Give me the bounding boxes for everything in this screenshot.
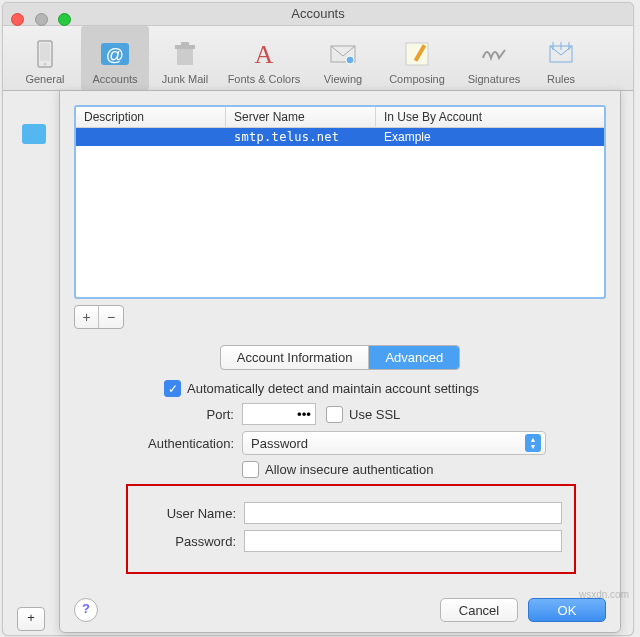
toolbar-composing[interactable]: Composing (379, 26, 455, 90)
toolbar-accounts[interactable]: @ Accounts (81, 26, 149, 90)
col-description[interactable]: Description (76, 107, 226, 127)
cell-account: Example (376, 128, 604, 146)
window-controls (11, 8, 78, 30)
insecure-label: Allow insecure authentication (265, 462, 433, 477)
auto-detect-checkbox[interactable] (164, 380, 181, 397)
toolbar-item-label: Junk Mail (162, 73, 208, 85)
toolbar-item-label: Composing (389, 73, 445, 85)
toolbar-item-label: Fonts & Colors (228, 73, 301, 85)
ok-button[interactable]: OK (528, 598, 606, 622)
port-label: Port: (74, 407, 242, 422)
password-label: Password: (128, 534, 244, 549)
toolbar-item-label: Viewing (324, 73, 362, 85)
toolbar-rules[interactable]: Rules (533, 26, 589, 90)
username-field[interactable] (244, 502, 562, 524)
cell-server: smtp.telus.net (226, 128, 376, 146)
watermark-text: wsxdn.com (579, 589, 629, 600)
use-ssl-label: Use SSL (349, 407, 400, 422)
zoom-icon[interactable] (58, 13, 71, 26)
rules-icon (543, 37, 579, 71)
select-arrows-icon: ▲▼ (525, 434, 541, 452)
toolbar-item-label: Signatures (468, 73, 521, 85)
sheet-buttons: ? Cancel OK (74, 598, 606, 622)
table-row[interactable]: smtp.telus.net Example (76, 128, 604, 146)
insecure-checkbox[interactable] (242, 461, 259, 478)
sheet-tabs: Account Information Advanced (220, 345, 460, 370)
toolbar-junk[interactable]: Junk Mail (151, 26, 219, 90)
tab-account-info[interactable]: Account Information (221, 346, 370, 369)
svg-rect-6 (175, 45, 195, 49)
tab-advanced[interactable]: Advanced (369, 346, 459, 369)
toolbar-viewing[interactable]: Viewing (309, 26, 377, 90)
password-field[interactable] (244, 530, 562, 552)
col-server[interactable]: Server Name (226, 107, 376, 127)
trash-icon (167, 37, 203, 71)
toolbar-fonts[interactable]: A Fonts & Colors (221, 26, 307, 90)
toolbar-general[interactable]: General (11, 26, 79, 90)
add-remove-segment: + − (74, 305, 124, 329)
add-account-button[interactable]: + (17, 607, 45, 631)
cancel-button[interactable]: Cancel (440, 598, 518, 622)
svg-point-2 (44, 63, 47, 66)
at-icon: @ (97, 37, 133, 71)
toolbar-item-label: Rules (547, 73, 575, 85)
toolbar-item-label: General (25, 73, 64, 85)
add-server-button[interactable]: + (75, 306, 99, 328)
smtp-servers-sheet: Description Server Name In Use By Accoun… (59, 90, 621, 633)
cell-description (76, 128, 226, 146)
smtp-table[interactable]: Description Server Name In Use By Accoun… (74, 105, 606, 299)
window-title: Accounts (291, 6, 344, 21)
prefs-toolbar: General @ Accounts Junk Mail A Fonts & C… (3, 26, 633, 91)
preferences-window: Accounts General @ Accounts Junk Mail A … (2, 2, 634, 636)
auth-select[interactable]: Password ▲▼ (242, 431, 546, 455)
use-ssl-checkbox[interactable] (326, 406, 343, 423)
col-inuse[interactable]: In Use By Account (376, 107, 604, 127)
font-a-icon: A (246, 37, 282, 71)
cloud-account-icon[interactable] (22, 124, 46, 144)
auth-value: Password (251, 436, 308, 451)
auto-detect-label: Automatically detect and maintain accoun… (187, 381, 479, 396)
minimize-icon (35, 13, 48, 26)
auth-label: Authentication: (74, 436, 242, 451)
help-button[interactable]: ? (74, 598, 98, 622)
toolbar-signatures[interactable]: Signatures (457, 26, 531, 90)
svg-point-10 (346, 56, 354, 64)
titlebar: Accounts (3, 3, 633, 26)
body-area: + Description Server Name In Use By Acco… (3, 90, 633, 635)
svg-rect-5 (177, 47, 193, 65)
svg-rect-7 (181, 42, 189, 45)
username-label: User Name: (128, 506, 244, 521)
compose-icon (399, 37, 435, 71)
svg-text:A: A (255, 40, 274, 69)
account-list (17, 120, 51, 148)
envelope-eye-icon (325, 37, 361, 71)
port-field[interactable] (242, 403, 316, 425)
phone-icon (27, 37, 63, 71)
highlight-box: User Name: Password: (126, 484, 576, 574)
svg-text:@: @ (106, 45, 124, 65)
toolbar-item-label: Accounts (92, 73, 137, 85)
remove-server-button[interactable]: − (99, 306, 123, 328)
close-icon[interactable] (11, 13, 24, 26)
table-header: Description Server Name In Use By Accoun… (76, 107, 604, 128)
svg-rect-1 (40, 43, 50, 61)
signature-icon (476, 37, 512, 71)
